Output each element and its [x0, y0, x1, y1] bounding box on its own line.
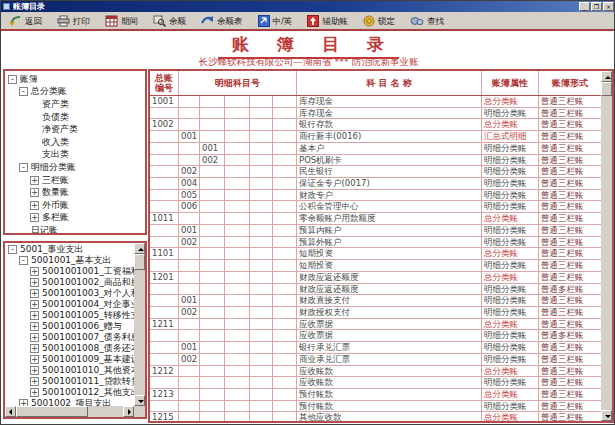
table-row[interactable]: 002预算外账户明细分类账普通三栏账: [150, 237, 601, 249]
expand-toggle-icon[interactable]: +: [30, 201, 39, 210]
table-row[interactable]: 预付账款明细分类账普通三栏账: [150, 401, 601, 413]
table-row[interactable]: 应收票据明细分类账普通多栏账: [150, 330, 601, 342]
tree-item[interactable]: +5001001002_商品和服务: [5, 277, 134, 288]
table-vertical-scrollbar[interactable]: [601, 71, 612, 421]
minimize-button[interactable]: _: [579, 2, 590, 11]
scroll-up-icon[interactable]: [134, 243, 145, 254]
auxiliary-button[interactable]: 辅助账: [305, 14, 350, 28]
subjects-tree-vertical-scrollbar[interactable]: [134, 243, 145, 406]
table-row[interactable]: 002民生银行明细分类账普通三栏账: [150, 166, 601, 178]
table-row[interactable]: 库存现金明细分类账普通三栏账: [150, 108, 601, 120]
table-row[interactable]: 004保证金专户(0017)明细分类账普通三栏账: [150, 178, 601, 190]
tree-item[interactable]: +外币账: [5, 199, 145, 212]
back-button[interactable]: 返回: [7, 14, 44, 28]
expand-toggle-icon[interactable]: +: [30, 377, 39, 386]
table-row[interactable]: 002商业承兑汇票明细分类账普通三栏账: [150, 354, 601, 366]
tree-item[interactable]: -账簿: [5, 73, 145, 86]
scroll-up-icon[interactable]: [601, 71, 612, 82]
scrollbar-thumb[interactable]: [601, 82, 612, 96]
tree-item[interactable]: 负债类: [5, 111, 145, 124]
scrollbar-thumb[interactable]: [16, 406, 88, 417]
table-row[interactable]: 001商行新丰(0016)汇总式明细普通三栏账: [150, 131, 601, 143]
print-button[interactable]: 打印: [55, 14, 92, 28]
tree-item[interactable]: -5001_事业支出: [5, 244, 134, 255]
table-row[interactable]: 001基本户明细分类账普通三栏账: [150, 143, 601, 155]
scroll-down-icon[interactable]: [134, 395, 145, 406]
scroll-down-icon[interactable]: [601, 410, 612, 421]
tree-item[interactable]: 资产类: [5, 98, 145, 111]
table-row[interactable]: 1215其他应收款总分类账普通三栏账: [150, 412, 601, 421]
expand-toggle-icon[interactable]: +: [30, 267, 39, 276]
expand-toggle-icon[interactable]: +: [30, 355, 39, 364]
tree-item[interactable]: +三栏账: [5, 174, 145, 187]
scroll-right-icon[interactable]: [123, 406, 134, 417]
tree-item[interactable]: +多栏账: [5, 212, 145, 225]
expand-toggle-icon[interactable]: +: [30, 366, 39, 375]
expand-toggle-icon[interactable]: +: [19, 399, 28, 406]
table-row[interactable]: 006公积金管理中心明细分类账普通三栏账: [150, 201, 601, 213]
table-row[interactable]: 财政应返还额度明细分类账普通多栏账: [150, 284, 601, 296]
table-row[interactable]: 1213预付账款总分类账普通三栏账: [150, 389, 601, 401]
table-row[interactable]: 1101短期投资总分类账普通三栏账: [150, 248, 601, 260]
collapse-toggle-icon[interactable]: -: [8, 245, 17, 254]
tree-item[interactable]: 净资产类: [5, 123, 145, 136]
table-row[interactable]: 短期投资明细分类账普通三栏账: [150, 260, 601, 272]
expand-toggle-icon[interactable]: +: [30, 213, 39, 222]
tree-item[interactable]: -明细分类账: [5, 161, 145, 174]
expand-toggle-icon[interactable]: +: [30, 322, 39, 331]
collapse-toggle-icon[interactable]: -: [19, 87, 28, 96]
tree-item[interactable]: +5001001011_贷款转贷及: [5, 376, 134, 387]
tree-item[interactable]: +5001002_项目支出: [5, 398, 134, 406]
table-row[interactable]: 001预算内账户明细分类账普通三栏账: [150, 225, 601, 237]
table-row[interactable]: 1211应收票据总分类账普通三栏账: [150, 319, 601, 331]
scrollbar-thumb[interactable]: [134, 254, 145, 270]
find-button[interactable]: 查找: [408, 14, 446, 28]
collapse-toggle-icon[interactable]: -: [19, 163, 28, 172]
balance-button[interactable]: 余额: [151, 14, 188, 28]
tree-item[interactable]: +5001001001_工资福利支: [5, 266, 134, 277]
tree-item[interactable]: +5001001009_基本建设支: [5, 354, 134, 365]
tree-item[interactable]: 收入类: [5, 136, 145, 149]
tree-item[interactable]: +数量账: [5, 186, 145, 199]
table-row[interactable]: 1001库存现金总分类账普通三栏账: [150, 96, 601, 108]
expand-toggle-icon[interactable]: +: [30, 300, 39, 309]
tree-item[interactable]: +5001001006_赠与: [5, 321, 134, 332]
expand-toggle-icon[interactable]: +: [30, 388, 39, 397]
balance-table-button[interactable]: 余额表: [199, 14, 245, 28]
close-button[interactable]: ×: [603, 2, 614, 11]
table-row[interactable]: 002POS机刷卡明细分类账普通三栏账: [150, 155, 601, 167]
table-row[interactable]: 002财政授权支付明细分类账普通三栏账: [150, 307, 601, 319]
tree-item[interactable]: +5001001007_债务利息支: [5, 332, 134, 343]
expand-toggle-icon[interactable]: +: [30, 188, 39, 197]
tree-item[interactable]: +5001001008_债务还本支: [5, 343, 134, 354]
table-row[interactable]: 1011零余额账户用款额度总分类账普通三栏账: [150, 213, 601, 225]
subjects-tree-horizontal-scrollbar[interactable]: [5, 406, 134, 417]
table-row[interactable]: 1201财政应返还额度总分类账普通三栏账: [150, 272, 601, 284]
maximize-button[interactable]: ❐: [591, 2, 602, 11]
tree-item[interactable]: +5001001004_对企事业单: [5, 299, 134, 310]
table-row[interactable]: 001财政直接支付明细分类账普通三栏账: [150, 295, 601, 307]
collapse-toggle-icon[interactable]: -: [19, 256, 28, 265]
table-row[interactable]: 1002银行存款总分类账普通三栏账: [150, 119, 601, 131]
tree-item[interactable]: +5001001012_其他支出: [5, 387, 134, 398]
tree-item[interactable]: +5001001003_对个人和家: [5, 288, 134, 299]
cn-en-button[interactable]: 中/英: [256, 14, 295, 28]
table-row[interactable]: 1212应收账款总分类账普通三栏账: [150, 366, 601, 378]
tree-item[interactable]: -5001001_基本支出: [5, 255, 134, 266]
collapse-toggle-icon[interactable]: -: [8, 75, 17, 84]
tree-item[interactable]: 支出类: [5, 149, 145, 162]
expand-toggle-icon[interactable]: +: [30, 289, 39, 298]
tree-item[interactable]: -总分类账: [5, 86, 145, 99]
scroll-left-icon[interactable]: [5, 406, 16, 417]
expand-toggle-icon[interactable]: +: [30, 311, 39, 320]
expand-toggle-icon[interactable]: +: [30, 344, 39, 353]
tree-item[interactable]: 日记账: [5, 224, 145, 235]
lock-button[interactable]: 锁定: [361, 14, 397, 28]
table-row[interactable]: 应收账款明细分类账普通三栏账: [150, 377, 601, 389]
table-row[interactable]: 005财政专户明细分类账普通三栏账: [150, 190, 601, 202]
period-button[interactable]: 期间: [103, 14, 140, 28]
tree-item[interactable]: +5001001010_其他资本性: [5, 365, 134, 376]
expand-toggle-icon[interactable]: +: [30, 176, 39, 185]
tree-item[interactable]: +5001001005_转移性支出: [5, 310, 134, 321]
expand-toggle-icon[interactable]: +: [30, 333, 39, 342]
